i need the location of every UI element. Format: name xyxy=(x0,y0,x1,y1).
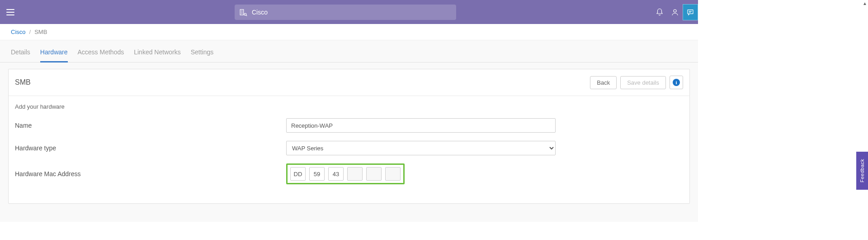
building-search-icon xyxy=(239,8,247,16)
breadcrumb: Cisco / SMB xyxy=(0,24,698,40)
mac-octet-2[interactable] xyxy=(309,167,325,181)
info-icon: i xyxy=(673,79,680,86)
tab-bar: Details Hardware Access Methods Linked N… xyxy=(0,40,698,62)
panel-title: SMB xyxy=(15,78,31,86)
info-button[interactable]: i xyxy=(670,76,683,89)
svg-line-5 xyxy=(246,15,247,16)
name-label: Name xyxy=(15,122,286,129)
breadcrumb-root[interactable]: Cisco xyxy=(11,29,26,35)
section-subtitle: Add your hardware xyxy=(15,103,683,110)
svg-rect-7 xyxy=(688,10,693,14)
tab-settings[interactable]: Settings xyxy=(191,48,214,62)
mac-address-group xyxy=(286,163,405,184)
tab-details[interactable]: Details xyxy=(11,48,30,62)
mac-octet-6[interactable] xyxy=(385,167,401,181)
menu-icon[interactable] xyxy=(5,5,20,19)
back-button[interactable]: Back xyxy=(590,76,617,89)
user-icon[interactable] xyxy=(667,0,683,24)
top-bar xyxy=(0,0,698,24)
feedback-tab[interactable]: Feedback xyxy=(856,152,868,190)
name-input[interactable] xyxy=(286,118,556,133)
breadcrumb-sep: / xyxy=(29,29,31,35)
svg-point-6 xyxy=(674,10,676,12)
mac-octet-4[interactable] xyxy=(347,167,363,181)
mac-octet-3[interactable] xyxy=(328,167,344,181)
mac-octet-5[interactable] xyxy=(366,167,382,181)
svg-point-4 xyxy=(244,13,246,15)
mac-label: Hardware Mac Address xyxy=(15,170,286,178)
mac-octet-1[interactable] xyxy=(290,167,306,181)
panel: SMB Back Save details i Add your hardwar… xyxy=(8,69,690,204)
search-container xyxy=(235,5,456,20)
type-label: Hardware type xyxy=(15,144,286,152)
tab-hardware[interactable]: Hardware xyxy=(40,48,68,62)
chat-icon[interactable] xyxy=(683,4,698,20)
hardware-type-select[interactable]: WAP Series xyxy=(286,141,556,155)
tab-access-methods[interactable]: Access Methods xyxy=(78,48,124,62)
bell-icon[interactable] xyxy=(652,0,667,24)
scroll-up-icon[interactable]: ▲ xyxy=(862,0,868,6)
save-button[interactable]: Save details xyxy=(620,76,666,89)
tab-linked-networks[interactable]: Linked Networks xyxy=(134,48,181,62)
search-input[interactable] xyxy=(252,9,452,16)
breadcrumb-current: SMB xyxy=(34,29,47,35)
